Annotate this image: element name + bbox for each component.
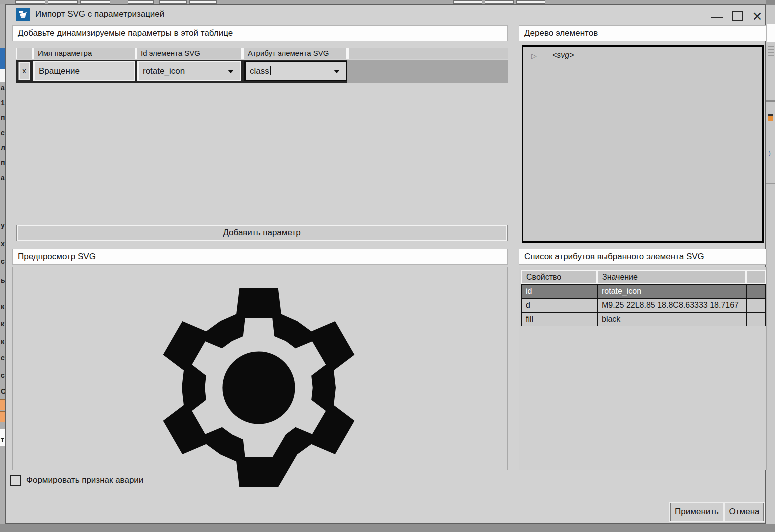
background-orange-item — [0, 411, 5, 422]
column-header-blank — [17, 48, 32, 59]
background-text-fragment: 1 — [1, 99, 5, 106]
background-text-fragment: а — [1, 174, 5, 181]
background-orange-item — [0, 399, 5, 410]
background-text-fragment: ст — [1, 129, 5, 136]
attributes-panel: Список атрибутов выбранного элемента SVG… — [519, 249, 767, 470]
parameter-name-input[interactable]: Вращение — [33, 61, 135, 81]
title-bar[interactable]: Импорт SVG с параметризацией ✕ — [6, 5, 765, 24]
app-icon — [16, 8, 30, 21]
attributes-panel-title: Список атрибутов выбранного элемента SVG — [519, 249, 767, 265]
column-header-property: Свойство — [522, 271, 596, 283]
background-selection-fragment — [0, 48, 5, 69]
column-header-element-id: Id элемента SVG — [137, 48, 241, 59]
dropdown-arrow-icon — [334, 70, 340, 73]
svg-preview-title: Предпросмотр SVG — [12, 249, 508, 265]
alarm-flag-label: Формировать признак аварии — [26, 475, 143, 485]
parameters-table-header: Имя параметра Id элемента SVG Атрибут эл… — [16, 48, 508, 59]
element-tree-title: Дерево элементов — [519, 25, 767, 41]
background-text-fragment: п — [1, 159, 5, 166]
background-text-fragment: су — [1, 372, 5, 379]
attributes-table-body: id rotate_icon d M9.25 22L8.85 18.8C8.63… — [521, 284, 766, 326]
background-text-fragment: ь — [1, 277, 5, 284]
alarm-flag-checkbox[interactable] — [10, 475, 21, 486]
attribute-combobox[interactable]: class — [244, 61, 347, 81]
svg-preview-panel: Предпросмотр SVG — [12, 249, 508, 470]
element-tree-panel: Дерево элементов ▷ <svg> — [519, 25, 767, 245]
tree-expander-icon[interactable]: ▷ — [531, 52, 537, 60]
background-orange-item — [768, 114, 773, 121]
attribute-row-fill[interactable]: fill black — [521, 313, 766, 326]
attribute-row-id[interactable]: id rotate_icon — [521, 285, 766, 298]
background-text-fragment: а — [1, 84, 5, 91]
close-button[interactable]: ✕ — [749, 9, 766, 23]
background-text-fragment: т — [1, 436, 4, 443]
column-header-filler — [349, 48, 508, 59]
tree-item-label: <svg> — [552, 51, 574, 60]
row-filler — [347, 60, 508, 83]
minimize-button[interactable] — [709, 9, 726, 23]
apply-button[interactable]: Применить — [670, 503, 723, 521]
background-text-fragment: п — [1, 114, 5, 121]
attribute-row-d[interactable]: d M9.25 22L8.85 18.8C8.63333 18.7167 — [521, 299, 766, 312]
parameter-row: x Вращение rotate_icon class — [16, 60, 508, 83]
background-text-fragment: О — [1, 388, 5, 395]
background-text-fragment: к — [1, 338, 4, 345]
background-text-fragment: л — [1, 144, 5, 151]
background-text-fragment: к — [1, 303, 4, 310]
add-parameter-button[interactable]: Добавить параметр — [16, 225, 508, 241]
background-window-top-sliver — [0, 0, 775, 4]
window-title: Импорт SVG с параметризацией — [35, 9, 164, 19]
maximize-button[interactable] — [729, 9, 746, 23]
element-id-combobox[interactable]: rotate_icon — [137, 61, 241, 81]
attributes-area: Свойство Значение id rotate_icon d M9.25… — [519, 267, 767, 470]
background-text-fragment: ст — [1, 354, 5, 361]
parameters-panel: Добавьте динамизируемые параметры в этой… — [12, 25, 508, 245]
attributes-table-header: Свойство Значение — [521, 270, 766, 284]
column-header-name: Имя параметра — [34, 48, 135, 59]
background-text-fragment: к — [1, 320, 4, 327]
left-edge-sliver: а1пстлпаугхстькккстсуОт — [0, 4, 5, 532]
dropdown-arrow-icon — [228, 70, 234, 73]
import-svg-dialog: Импорт SVG с параметризацией ✕ Добавьте … — [5, 4, 766, 524]
element-tree[interactable]: ▷ <svg> — [522, 45, 764, 243]
column-header-extra — [747, 271, 765, 283]
column-header-value: Значение — [598, 271, 745, 283]
background-text-fragment: ст — [1, 258, 5, 265]
svg-preview-area — [12, 267, 508, 470]
delete-parameter-button[interactable]: x — [18, 62, 30, 80]
column-header-attribute: Атрибут элемента SVG — [244, 48, 346, 59]
text-cursor — [270, 66, 271, 75]
screen: а1пстлпаугхстькккстсуОт ) Импорт SVG с п… — [0, 0, 775, 532]
tree-item-svg[interactable]: ▷ <svg> — [523, 51, 762, 64]
right-edge-sliver: ) — [766, 0, 775, 532]
gear-icon — [149, 278, 369, 498]
background-bottom-strip — [0, 524, 775, 532]
cancel-button[interactable]: Отмена — [725, 503, 764, 521]
background-text-fragment: х — [1, 240, 5, 247]
parameters-panel-title: Добавьте динамизируемые параметры в этой… — [12, 25, 508, 41]
background-text-fragment: уг — [1, 222, 5, 229]
